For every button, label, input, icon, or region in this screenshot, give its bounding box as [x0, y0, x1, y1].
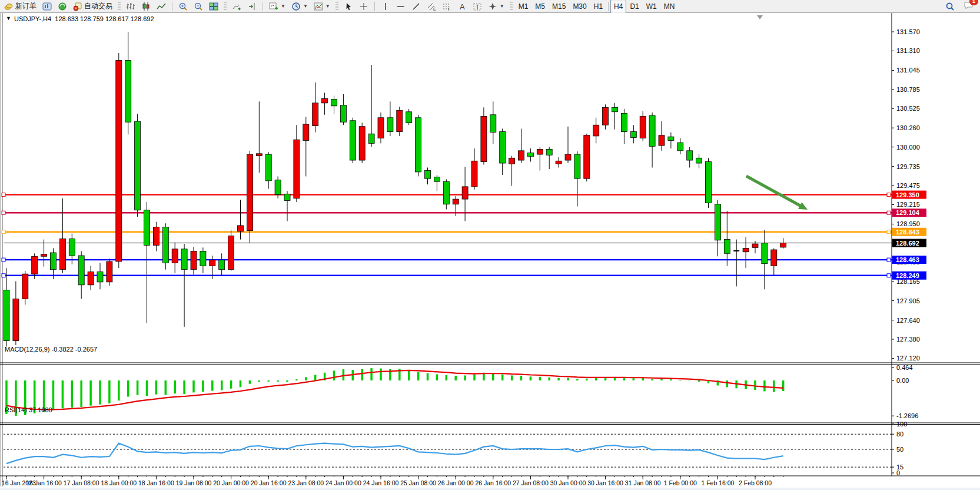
fibonacci-button[interactable]: F: [439, 0, 454, 13]
timeframe-button-mn[interactable]: MN: [660, 0, 679, 14]
trendline-icon: [411, 2, 421, 11]
zoom-out-button[interactable]: [191, 0, 206, 13]
line-handle-right[interactable]: [887, 193, 891, 197]
svg-text:E: E: [433, 7, 436, 11]
svg-text:100: 100: [896, 421, 907, 428]
line-chart-icon: [157, 2, 166, 11]
zoom-in-button[interactable]: [175, 0, 191, 13]
autotrade-button[interactable]: 自动交易: [70, 0, 115, 13]
templates-button[interactable]: ▼: [311, 0, 333, 13]
symbol-info-caret[interactable]: ▼: [6, 15, 11, 21]
svg-text:-1.2696: -1.2696: [896, 412, 918, 419]
line-chart-button[interactable]: [154, 0, 169, 13]
text-button[interactable]: A: [454, 0, 470, 13]
timeframe-button-m15[interactable]: M15: [549, 0, 569, 14]
candle-body: [406, 112, 412, 123]
svg-text:128.950: 128.950: [896, 220, 920, 227]
candle-body: [500, 131, 506, 163]
candle-body: [303, 124, 309, 140]
candle-body: [22, 274, 28, 299]
line-handle-right[interactable]: [887, 230, 891, 234]
line-handle-left[interactable]: [2, 193, 5, 197]
bottom-strip: [0, 488, 980, 490]
candle-body: [762, 243, 768, 264]
dropdown-caret-icon[interactable]: ▼: [500, 4, 504, 9]
svg-text:T: T: [476, 4, 479, 10]
svg-text:26 Jan 00:00: 26 Jan 00:00: [438, 479, 474, 486]
hline-button[interactable]: [393, 0, 408, 13]
open-chart-button[interactable]: [39, 0, 55, 13]
bar-chart-button[interactable]: [123, 0, 138, 13]
candle-body: [41, 254, 47, 257]
chat-button[interactable]: 1: [964, 1, 974, 12]
chat-badge: 1: [969, 0, 978, 5]
dropdown-caret-icon[interactable]: ▼: [303, 4, 308, 9]
candle-body: [556, 161, 562, 164]
line-handle-left[interactable]: [2, 211, 5, 214]
indicators-button[interactable]: ▼: [266, 0, 288, 13]
candlestick-button[interactable]: [138, 0, 154, 13]
label-button[interactable]: T: [470, 0, 485, 13]
svg-text:17 Jan 08:00: 17 Jan 08:00: [64, 479, 99, 486]
toolbar-group-draw: EFAT▼: [377, 0, 509, 12]
arrows-button[interactable]: ▼: [485, 0, 507, 13]
new-order-icon: [4, 2, 14, 11]
tile-windows-button[interactable]: [206, 0, 221, 13]
navigator-button[interactable]: [55, 0, 70, 13]
channel-button[interactable]: E: [424, 0, 439, 13]
trendline-button[interactable]: [408, 0, 424, 13]
svg-text:30 Jan 00:00: 30 Jan 00:00: [550, 479, 586, 486]
chart-canvas[interactable]: 131.570131.310131.045130.785130.525130.2…: [0, 13, 980, 490]
chart-window-icon: [42, 2, 52, 11]
candle-body: [144, 210, 150, 246]
timeframe-button-m30[interactable]: M30: [569, 0, 590, 14]
timeframe-button-m5[interactable]: M5: [531, 0, 549, 14]
candle-body: [677, 143, 683, 151]
new-order-button[interactable]: 新订单: [1, 0, 39, 13]
vline-icon: [381, 2, 390, 11]
navigator-icon: [58, 2, 67, 11]
line-handle-left[interactable]: [2, 230, 5, 234]
candle-body: [752, 244, 758, 247]
timeframe-button-h1[interactable]: H1: [590, 0, 606, 14]
candle-body: [78, 256, 84, 285]
line-handle-left[interactable]: [2, 274, 5, 277]
svg-text:128.692: 128.692: [896, 240, 919, 247]
candle-body: [172, 249, 178, 263]
svg-text:25 Jan 08:00: 25 Jan 08:00: [400, 479, 436, 486]
candle-body: [443, 181, 449, 204]
auto-scroll-button[interactable]: [229, 0, 244, 13]
candle-body: [191, 251, 197, 270]
line-handle-left[interactable]: [2, 258, 5, 261]
auto-scroll-icon: [232, 2, 241, 11]
candle-body: [593, 125, 599, 136]
line-handle-right[interactable]: [887, 274, 891, 277]
dropdown-caret-icon[interactable]: ▼: [325, 4, 330, 9]
timeframe-button-d1[interactable]: D1: [626, 0, 642, 14]
line-handle-right[interactable]: [887, 258, 891, 261]
timeframe-button-w1[interactable]: W1: [643, 0, 660, 14]
arrows-icon: [488, 2, 497, 11]
line-handle-right[interactable]: [887, 211, 891, 214]
periods-button[interactable]: ▼: [288, 0, 311, 13]
chart-shift-button[interactable]: [244, 0, 260, 13]
vline-button[interactable]: [378, 0, 393, 13]
timeframe-button-m1[interactable]: M1: [515, 0, 532, 14]
candle-body: [247, 154, 253, 231]
crosshair-button[interactable]: [356, 0, 371, 13]
svg-text:80: 80: [896, 431, 903, 438]
candle-body: [210, 260, 215, 266]
svg-text:129.475: 129.475: [896, 182, 920, 189]
candle-body: [603, 107, 609, 125]
candle-body: [471, 161, 477, 187]
search-icon: [945, 2, 955, 11]
rsi-indicator-label: RSI(14) 37.1080: [5, 406, 52, 413]
cursor-button[interactable]: [341, 0, 356, 13]
svg-text:131.310: 131.310: [896, 47, 920, 54]
toolbar-grip: [224, 2, 227, 11]
search-button[interactable]: [942, 0, 958, 13]
candle-body: [519, 151, 524, 160]
timeframe-button-h4[interactable]: H4: [610, 0, 626, 14]
dropdown-caret-icon[interactable]: ▼: [281, 4, 285, 9]
svg-text:26 Jan 16:00: 26 Jan 16:00: [475, 479, 511, 486]
